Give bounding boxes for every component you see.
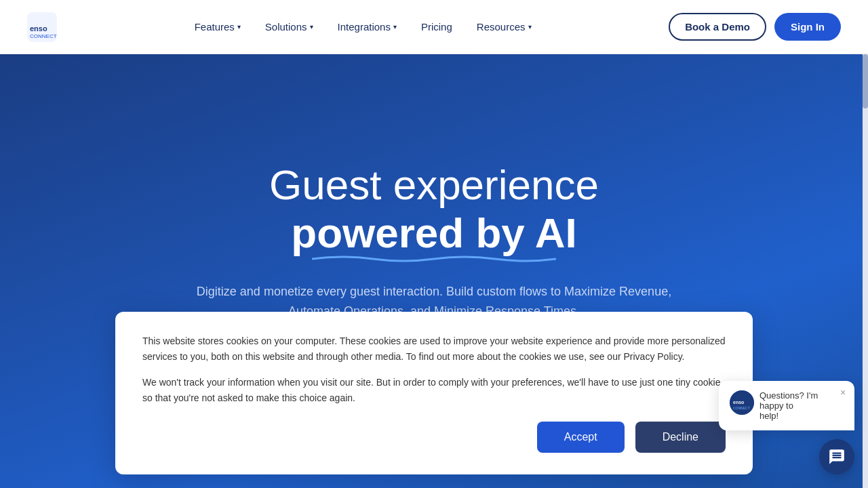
svg-text:CONNECT: CONNECT [30,33,57,39]
nav-actions: Book a Demo Sign In [669,13,841,41]
svg-text:CONNECT: CONNECT [733,406,750,410]
nav-item-pricing[interactable]: Pricing [421,21,452,33]
chevron-down-icon: ▾ [237,23,241,30]
accept-button[interactable]: Accept [537,422,625,453]
hero-title: Guest experience powered by AI [269,161,599,263]
logo[interactable]: enso CONNECT [27,12,57,42]
nav-links: Features ▾ Solutions ▾ Integrations ▾ Pr… [195,21,532,33]
nav-item-integrations[interactable]: Integrations ▾ [338,21,397,33]
chevron-down-icon: ▾ [310,23,313,30]
cookie-text-1: This website stores cookies on your comp… [142,333,726,364]
chat-open-button[interactable] [819,439,854,474]
navbar: enso CONNECT Features ▾ Solutions ▾ Inte… [0,0,868,54]
close-icon[interactable]: × [837,386,849,399]
svg-text:enso: enso [733,400,744,405]
cookie-text-2: We won't track your information when you… [142,375,726,405]
chat-bubble: enso CONNECT Questions? I'm happy to hel… [719,381,854,430]
cookie-banner: This website stores cookies on your comp… [115,312,753,474]
chevron-down-icon: ▾ [528,23,532,30]
chat-bubble-text: Questions? I'm happy to help! [760,390,844,421]
avatar: enso CONNECT [730,390,754,415]
sign-in-button[interactable]: Sign In [774,13,841,41]
chevron-down-icon: ▾ [393,23,397,30]
scrollbar-thumb[interactable] [863,54,868,108]
chat-widget: enso CONNECT Questions? I'm happy to hel… [819,439,854,474]
book-demo-button[interactable]: Book a Demo [669,13,766,41]
decline-button[interactable]: Decline [635,422,726,453]
nav-item-features[interactable]: Features ▾ [195,21,241,33]
nav-item-resources[interactable]: Resources ▾ [477,21,532,33]
svg-text:enso: enso [30,24,47,33]
nav-item-solutions[interactable]: Solutions ▾ [265,21,313,33]
scrollbar[interactable] [863,54,868,488]
chat-icon [828,448,846,466]
cookie-actions: Accept Decline [142,422,726,453]
